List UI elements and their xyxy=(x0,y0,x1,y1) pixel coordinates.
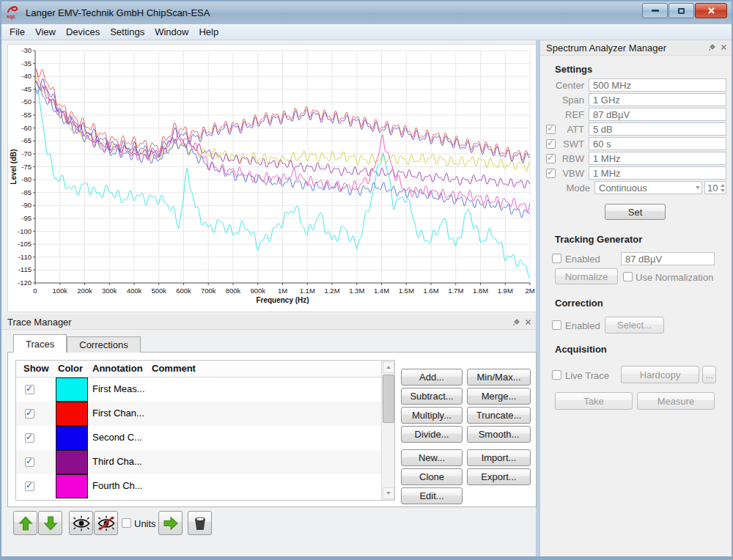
swt-input[interactable] xyxy=(589,137,726,150)
units-checkbox[interactable] xyxy=(122,518,131,528)
color-swatch[interactable] xyxy=(56,426,88,450)
clone-button[interactable]: Clone xyxy=(401,468,463,485)
color-swatch[interactable] xyxy=(56,402,88,426)
menu-file[interactable]: File xyxy=(4,25,30,39)
table-row[interactable]: Third Cha... xyxy=(16,450,394,474)
subtract-button[interactable]: Subtract... xyxy=(401,388,463,405)
swt-checkbox[interactable] xyxy=(546,139,556,149)
vbw-checkbox[interactable] xyxy=(546,169,556,178)
hardcopy-more-button[interactable]: ... xyxy=(702,366,716,383)
tracking-level-input[interactable] xyxy=(621,252,715,265)
menu-devices[interactable]: Devices xyxy=(61,25,105,39)
show-trace-button[interactable] xyxy=(69,511,93,535)
column-show[interactable]: Show xyxy=(23,363,49,374)
show-checkbox[interactable] xyxy=(25,433,34,443)
att-input[interactable] xyxy=(589,122,726,136)
min-max-button[interactable]: Min/Max... xyxy=(467,369,531,386)
maximize-button[interactable] xyxy=(668,3,694,18)
titlebar[interactable]: xqc Langer EMV-Technik GmbH ChipScan-ESA xyxy=(1,1,732,24)
span-input[interactable] xyxy=(589,93,726,106)
column-annotation[interactable]: Annotation xyxy=(92,363,143,374)
annotation-cell: First Meas... xyxy=(92,383,145,394)
normalize-button[interactable]: Normalize xyxy=(555,268,618,284)
multiply-button[interactable]: Multiply... xyxy=(401,407,463,424)
chart-panel: 0100k200k300k400k500k600k700k800k900k1M1… xyxy=(7,44,537,312)
ref-input[interactable] xyxy=(589,108,726,121)
spinner-down-icon[interactable] xyxy=(721,189,725,192)
export-button[interactable]: Export... xyxy=(467,468,531,485)
column-color[interactable]: Color xyxy=(58,363,83,374)
tab-traces[interactable]: Traces xyxy=(13,334,67,353)
table-row[interactable]: First Meas... xyxy=(16,377,394,402)
annotation-cell: First Chan... xyxy=(92,408,144,419)
settings-fields: CenterSpanREFATTSWTRBWVBWModeContinuous1… xyxy=(546,78,726,194)
move-up-button[interactable] xyxy=(13,511,37,535)
table-row[interactable]: Fourth Ch... xyxy=(16,474,394,498)
svg-text:700k: 700k xyxy=(201,287,216,295)
mode-dropdown[interactable]: Continuous xyxy=(594,181,702,194)
svg-text:1.1M: 1.1M xyxy=(300,287,315,295)
rbw-input[interactable] xyxy=(589,152,726,165)
merge-button[interactable]: Merge... xyxy=(467,388,531,405)
spectrum-analyzer-header[interactable]: Spectrum Analyzer Manager xyxy=(540,40,732,56)
table-row[interactable]: First Chan... xyxy=(16,402,394,426)
svg-text:100k: 100k xyxy=(52,287,67,295)
add-button[interactable]: Add... xyxy=(401,369,463,386)
color-swatch[interactable] xyxy=(56,377,88,402)
table-scrollbar[interactable] xyxy=(381,361,394,500)
close-button[interactable] xyxy=(695,3,727,18)
tracking-enabled-checkbox[interactable] xyxy=(552,254,561,263)
panel-close-icon[interactable] xyxy=(525,319,531,325)
trace-manager-header[interactable]: Trace Manager xyxy=(1,314,536,330)
scrollbar-thumb[interactable] xyxy=(383,375,394,423)
show-checkbox[interactable] xyxy=(25,457,34,467)
color-swatch[interactable] xyxy=(56,450,88,474)
import-button[interactable]: Import... xyxy=(467,449,531,466)
menu-view[interactable]: View xyxy=(30,25,61,39)
live-trace-checkbox[interactable] xyxy=(552,370,561,380)
pin-icon[interactable] xyxy=(709,44,715,51)
menu-settings[interactable]: Settings xyxy=(105,25,150,39)
show-checkbox[interactable] xyxy=(25,409,34,419)
divide-button[interactable]: Divide... xyxy=(401,426,463,443)
att-label: ATT xyxy=(556,124,584,135)
set-button[interactable]: Set xyxy=(605,204,666,220)
smooth-button[interactable]: Smooth... xyxy=(467,426,531,443)
close-icon xyxy=(707,7,715,15)
svg-text:-105: -105 xyxy=(18,240,32,248)
delete-trace-button[interactable] xyxy=(188,511,212,535)
hardcopy-button[interactable]: Hardcopy xyxy=(621,366,699,383)
show-checkbox[interactable] xyxy=(25,482,34,491)
spectrum-chart[interactable]: 0100k200k300k400k500k600k700k800k900k1M1… xyxy=(8,45,535,310)
panel-close-icon[interactable] xyxy=(721,44,727,51)
move-down-button[interactable] xyxy=(38,511,62,535)
apply-button[interactable] xyxy=(158,511,183,535)
column-comment[interactable]: Comment xyxy=(152,363,196,374)
new-button[interactable]: New... xyxy=(401,449,463,466)
menu-window[interactable]: Window xyxy=(150,25,194,39)
scroll-up-button[interactable] xyxy=(383,361,394,373)
spinner-up-icon[interactable] xyxy=(721,184,725,187)
use-normalization-checkbox[interactable] xyxy=(623,272,633,281)
acquisition-heading: Acquisition xyxy=(555,344,607,355)
hide-trace-button[interactable] xyxy=(94,511,118,535)
rbw-checkbox[interactable] xyxy=(546,154,556,163)
minimize-button[interactable] xyxy=(642,3,668,18)
att-checkbox[interactable] xyxy=(546,125,556,134)
menu-help[interactable]: Help xyxy=(194,25,224,39)
correction-enabled-checkbox[interactable] xyxy=(552,320,561,330)
measure-button[interactable]: Measure xyxy=(637,392,715,410)
scroll-down-button[interactable] xyxy=(383,487,394,499)
center-input[interactable] xyxy=(589,78,726,92)
truncate-button[interactable]: Truncate... xyxy=(467,407,531,424)
pin-icon[interactable] xyxy=(513,319,520,325)
take-button[interactable]: Take xyxy=(555,392,633,410)
select-button[interactable]: Select... xyxy=(605,317,664,334)
vbw-input[interactable] xyxy=(589,166,726,180)
table-row[interactable]: Second C... xyxy=(16,426,394,450)
mode-count-spinner[interactable]: 10 xyxy=(704,181,726,194)
edit-button[interactable]: Edit... xyxy=(401,487,463,504)
color-swatch[interactable] xyxy=(56,474,88,498)
tab-corrections[interactable]: Corrections xyxy=(67,336,140,353)
show-checkbox[interactable] xyxy=(25,385,34,394)
